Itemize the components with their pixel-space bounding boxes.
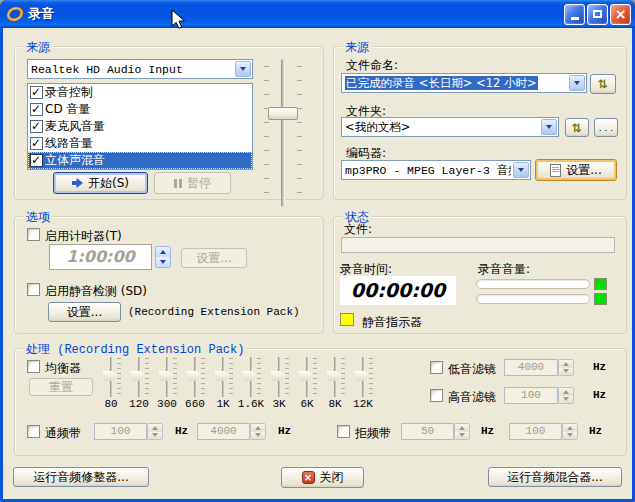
start-button[interactable]: 开始(S) xyxy=(53,172,148,194)
eq-slider-thumb[interactable] xyxy=(159,371,174,381)
eq-slider-1.6k[interactable] xyxy=(237,355,265,399)
bandreject-checkbox[interactable]: 拒频带 xyxy=(337,425,391,442)
processing-group: 处理 (Recording Extension Pack) 均衡器 重置 xyxy=(14,348,627,456)
volume-slider[interactable] xyxy=(260,59,306,207)
eq-slider-6k[interactable] xyxy=(293,355,321,399)
eq-band-label: 1.6K xyxy=(237,398,265,410)
app-logo-icon xyxy=(6,5,24,23)
enable-timer-checkbox[interactable]: 启用计时器(T) xyxy=(27,228,122,245)
checkbox-checked-icon[interactable] xyxy=(30,137,43,150)
eq-slider-thumb[interactable] xyxy=(327,371,342,381)
document-icon xyxy=(550,164,561,177)
spinner-up-icon[interactable] xyxy=(156,247,170,257)
checkbox-checked-icon[interactable] xyxy=(30,103,43,116)
channel-item[interactable]: 录音控制 xyxy=(28,84,252,101)
titlebar[interactable]: 录音 × xyxy=(0,0,635,28)
eq-slider-thumb[interactable] xyxy=(103,371,118,381)
timer-spinner[interactable] xyxy=(155,246,171,268)
eq-slider-thumb[interactable] xyxy=(243,371,258,381)
bandreject-high-spinner xyxy=(562,423,578,440)
level-indicator-right xyxy=(594,293,607,305)
folder-refresh-button[interactable]: ⇄ xyxy=(565,118,589,137)
options-group-label: 选项 xyxy=(23,209,53,226)
eq-slider-thumb[interactable] xyxy=(355,371,370,381)
eq-slider-120[interactable] xyxy=(125,355,153,399)
eq-slider-thumb[interactable] xyxy=(271,371,286,381)
eq-slider-thumb[interactable] xyxy=(131,371,146,381)
low-filter-unit: Hz xyxy=(593,361,606,373)
spinner-down-icon xyxy=(251,432,265,440)
equalizer-checkbox[interactable]: 均衡器 xyxy=(27,360,81,377)
encoder-settings-button[interactable]: 设置... xyxy=(535,159,617,181)
folder-combobox[interactable]: <我的文档> xyxy=(341,117,559,137)
window-close-button[interactable]: × xyxy=(610,4,631,25)
volume-slider-thumb[interactable] xyxy=(268,107,298,120)
slider-track[interactable] xyxy=(281,59,285,207)
file-naming-refresh-button[interactable]: ⇄ xyxy=(590,74,616,94)
spinner-up-icon xyxy=(563,424,577,432)
source-left-group-label: 来源 xyxy=(23,39,53,56)
eq-slider-thumb[interactable] xyxy=(215,371,230,381)
encoder-dropdown-arrow-icon[interactable] xyxy=(513,162,529,178)
low-filter-label: 低音滤镜 xyxy=(448,361,496,378)
file-naming-label: 文件命名: xyxy=(346,57,398,74)
eq-band-label: 3K xyxy=(265,398,293,410)
slider-ticks-right xyxy=(297,66,302,200)
high-filter-checkbox[interactable]: 高音滤镜 xyxy=(430,389,496,406)
channel-item[interactable]: CD 音量 xyxy=(28,101,252,118)
eq-slider-thumb[interactable] xyxy=(187,371,202,381)
eq-slider-8k[interactable] xyxy=(321,355,349,399)
run-audio-trimmer-button[interactable]: 运行音频修整器... xyxy=(13,467,149,487)
bandpass-checkbox[interactable]: 通频带 xyxy=(27,425,81,442)
recording-window: 录音 × 来源 Realtek HD Audio Input 录音控制 xyxy=(0,0,635,502)
eq-slider-12k[interactable] xyxy=(349,355,377,399)
silence-settings-button[interactable]: 设置... xyxy=(48,302,121,322)
low-filter-checkbox[interactable]: 低音滤镜 xyxy=(430,361,496,378)
close-dialog-button[interactable]: × 关闭 xyxy=(281,467,364,488)
spinner-down-icon[interactable] xyxy=(156,257,170,267)
checkbox-unchecked-icon[interactable] xyxy=(27,228,40,241)
eq-slider-thumb[interactable] xyxy=(299,371,314,381)
eq-slider-80[interactable] xyxy=(97,355,125,399)
encoder-combobox[interactable]: mp3PRO - MPEG Layer-3 音频 xyxy=(341,160,531,180)
channel-item[interactable]: 线路音量 xyxy=(28,135,252,152)
extension-pack-note: (Recording Extension Pack) xyxy=(128,306,300,318)
device-dropdown-arrow-icon[interactable] xyxy=(235,61,251,77)
channel-label: 录音控制 xyxy=(45,84,93,101)
minimize-button[interactable] xyxy=(564,4,585,25)
checkbox-unchecked-icon[interactable] xyxy=(27,283,40,296)
checkbox-unchecked-icon[interactable] xyxy=(27,360,40,373)
spinner-up-icon xyxy=(559,388,573,396)
bandpass-high-value: 4000 xyxy=(197,423,250,440)
device-combobox[interactable]: Realtek HD Audio Input xyxy=(27,59,253,79)
low-filter-spinner xyxy=(558,359,574,376)
checkbox-unchecked-icon[interactable] xyxy=(27,425,40,438)
eq-slider-300[interactable] xyxy=(153,355,181,399)
checkbox-unchecked-icon[interactable] xyxy=(337,425,350,438)
folder-dropdown-arrow-icon[interactable] xyxy=(541,119,557,135)
browse-button[interactable]: . . . xyxy=(594,118,618,137)
eq-slider-1k[interactable] xyxy=(209,355,237,399)
eq-slider-3k[interactable] xyxy=(265,355,293,399)
spinner-up-icon xyxy=(559,360,573,368)
low-filter-value: 4000 xyxy=(504,359,558,376)
equalizer-sliders xyxy=(97,355,377,399)
eq-band-label: 1K xyxy=(209,398,237,410)
checkbox-unchecked-icon[interactable] xyxy=(430,389,443,402)
file-naming-dropdown-arrow-icon[interactable] xyxy=(569,75,585,91)
silence-detect-checkbox[interactable]: 启用静音检测 (SD) xyxy=(27,283,147,300)
slider-ticks-left xyxy=(264,66,269,200)
eq-band-label: 8K xyxy=(321,398,349,410)
eq-slider-660[interactable] xyxy=(181,355,209,399)
spinner-down-icon xyxy=(559,368,573,376)
checkbox-unchecked-icon[interactable] xyxy=(430,361,443,374)
channel-item-selected[interactable]: 立体声混音 xyxy=(28,152,252,169)
file-naming-combobox[interactable]: 已完成的录音 <长日期> <12 小时> xyxy=(341,73,587,93)
checkbox-checked-icon[interactable] xyxy=(30,154,43,167)
channel-item[interactable]: 麦克风音量 xyxy=(28,118,252,135)
run-audio-mixer-button[interactable]: 运行音频混合器... xyxy=(488,467,622,487)
checkbox-checked-icon[interactable] xyxy=(30,86,43,99)
checkbox-checked-icon[interactable] xyxy=(30,120,43,133)
level-indicator-left xyxy=(594,278,607,290)
maximize-button[interactable] xyxy=(587,4,608,25)
